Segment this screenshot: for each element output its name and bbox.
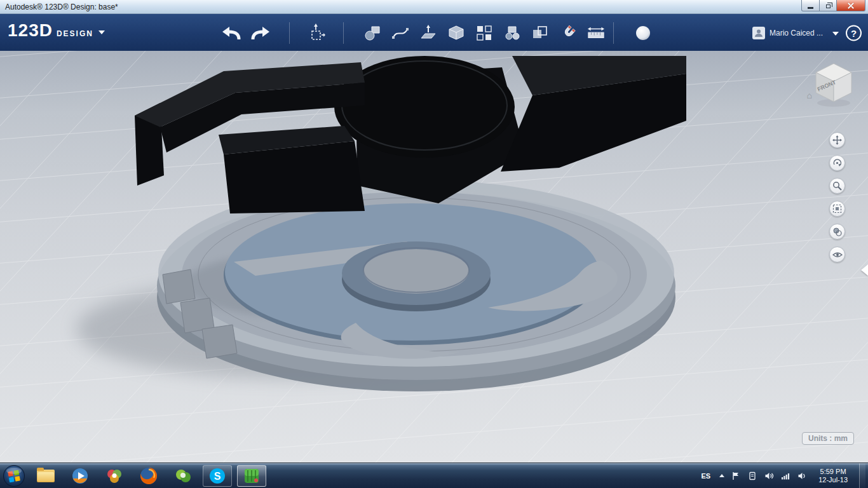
hidden-icons-button[interactable] [719, 474, 724, 477]
media-gallery-icon [105, 467, 123, 485]
fit-view-icon [832, 204, 842, 214]
transform-icon [306, 24, 325, 43]
taskbar-clock[interactable]: 5:59 PM 12-Jul-13 [813, 468, 853, 484]
restore-icon [826, 4, 831, 8]
redo-button[interactable] [249, 25, 271, 41]
user-chevron-down-icon [832, 32, 839, 36]
skype-letter: S [214, 471, 221, 482]
action-center-flag-icon[interactable] [731, 471, 741, 481]
pan-icon [832, 135, 842, 145]
messenger-taskbar-button[interactable] [168, 465, 198, 487]
units-indicator[interactable]: Units : mm [802, 432, 854, 445]
app-logo: 123D DESIGN [8, 20, 105, 41]
window-title: Autodesk® 123D® Design: base* [0, 3, 118, 11]
material-sphere-icon [634, 24, 653, 43]
network-icon[interactable] [780, 471, 790, 481]
3d-scene [0, 51, 868, 463]
firefox-icon [139, 466, 158, 485]
fit-view-button[interactable] [829, 201, 845, 217]
viewcube-home-icon[interactable]: ⌂ [807, 90, 812, 100]
explorer-taskbar-button[interactable] [31, 465, 60, 487]
measure-icon [587, 24, 605, 42]
windows-start-icon [3, 464, 25, 487]
skype-icon: S [208, 467, 226, 485]
sketch-icon [391, 24, 409, 42]
menu-chevron-down-icon[interactable] [98, 30, 105, 34]
help-button[interactable]: ? [846, 25, 862, 41]
volume-icon[interactable] [764, 471, 774, 481]
help-label: ? [851, 28, 857, 39]
minimize-icon [808, 7, 813, 9]
snap-button[interactable] [559, 24, 577, 42]
material-view-button[interactable] [829, 224, 845, 240]
zoom-icon [832, 181, 842, 191]
user-avatar-icon [752, 27, 765, 39]
zoom-button[interactable] [829, 178, 845, 194]
toolbar-separator [289, 22, 290, 44]
material-button[interactable] [634, 24, 653, 43]
user-account-menu[interactable]: Mario Caiced ... [752, 27, 839, 39]
media-player-taskbar-button[interactable] [65, 465, 95, 487]
magnet-icon [559, 24, 577, 42]
panel-collapse-arrow[interactable] [861, 264, 868, 276]
media-player-icon [71, 467, 89, 485]
messenger-icon [174, 467, 192, 485]
visibility-button[interactable] [829, 247, 845, 262]
pattern-icon [475, 24, 493, 42]
undo-button[interactable] [221, 25, 243, 41]
language-indicator[interactable]: ES [698, 471, 713, 481]
taskbar: S ES [0, 463, 868, 488]
dark-body[interactable] [135, 56, 686, 214]
grouping-icon [503, 24, 521, 42]
close-button[interactable] [837, 0, 865, 11]
close-icon [847, 2, 855, 10]
orbit-button[interactable] [829, 155, 845, 171]
view-nav-toolbar [829, 132, 845, 262]
pan-button[interactable] [829, 132, 845, 148]
start-button[interactable] [2, 464, 26, 488]
cad-app-taskbar-button[interactable] [237, 465, 266, 487]
restore-button[interactable] [820, 0, 837, 11]
undo-icon [221, 25, 243, 41]
app-window: Autodesk® 123D® Design: base* 123D DESIG… [0, 0, 868, 488]
show-desktop-button[interactable] [859, 463, 865, 488]
eye-icon [832, 251, 843, 259]
clock-date: 12-Jul-13 [818, 476, 848, 484]
toolbar-separator [343, 22, 344, 44]
transform-button[interactable] [306, 24, 325, 43]
media-gallery-taskbar-button[interactable] [100, 465, 129, 487]
cad-app-icon [243, 467, 261, 485]
modify-button[interactable] [447, 24, 465, 42]
folder-icon [37, 470, 55, 482]
notes-icon[interactable] [747, 471, 757, 481]
grouping-button[interactable] [503, 24, 521, 42]
logo-123d-text: 123D [8, 20, 53, 41]
modeling-tools-group [363, 24, 605, 42]
orbit-icon [832, 158, 842, 168]
user-name-label: Mario Caiced ... [770, 29, 823, 37]
primitives-icon [363, 24, 381, 42]
firefox-taskbar-button[interactable] [134, 465, 163, 487]
construct-icon [419, 24, 437, 42]
skype-taskbar-button[interactable]: S [203, 465, 232, 487]
clock-time: 5:59 PM [818, 468, 848, 476]
construct-button[interactable] [419, 24, 437, 42]
primitives-button[interactable] [363, 24, 381, 42]
combine-icon [531, 24, 549, 42]
minimize-button[interactable] [801, 0, 820, 11]
main-toolbar: 123D DESIGN [0, 14, 868, 51]
speaker-icon[interactable] [797, 471, 807, 481]
titlebar: Autodesk® 123D® Design: base* [0, 0, 868, 14]
combine-button[interactable] [531, 24, 549, 42]
view-cube[interactable]: FRONT [808, 56, 859, 112]
toolbar-separator [613, 22, 614, 44]
system-tray: ES [698, 463, 868, 488]
window-controls [801, 0, 865, 11]
redo-icon [249, 25, 271, 41]
cube-icon [447, 24, 465, 42]
units-label: Units : mm [808, 434, 848, 443]
measure-button[interactable] [587, 24, 605, 42]
3d-viewport[interactable]: FRONT ⌂ [0, 51, 868, 463]
pattern-button[interactable] [475, 24, 493, 42]
sketch-button[interactable] [391, 24, 409, 42]
